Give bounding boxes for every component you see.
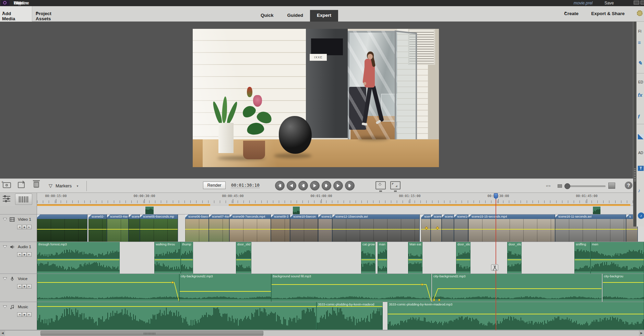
audio-clip[interactable]: sniffing — [574, 242, 591, 274]
titles-icon[interactable]: T — [638, 166, 644, 171]
video-clip[interactable]: scene1 — [442, 215, 454, 242]
fix-tools-icon[interactable]: ✎ — [638, 60, 644, 67]
audio-clip[interactable]: Man eat — [408, 242, 422, 274]
prev-keyframe-icon[interactable]: ◄ — [17, 225, 22, 229]
zoom-out-icon[interactable] — [558, 184, 562, 188]
fast-forward-button[interactable] — [333, 181, 343, 190]
tab-expert[interactable]: Expert — [310, 10, 338, 22]
fullscreen-monitor-icon[interactable]: ◤◢ — [390, 181, 401, 189]
export-share-button[interactable]: Export & Share — [591, 11, 625, 16]
audio-clip[interactable]: through forrest.mp3 — [37, 242, 120, 274]
video-clip[interactable] — [37, 215, 87, 242]
frame-forward-button[interactable] — [322, 181, 331, 190]
render-button[interactable]: Render — [203, 182, 226, 189]
transitions-icon[interactable] — [638, 134, 644, 139]
add-media-button[interactable]: Add Media ▼ — [0, 6, 32, 22]
save-button[interactable]: Save — [605, 1, 614, 5]
collapse-triangle-icon[interactable] — [3, 277, 7, 280]
next-keyframe-icon[interactable]: ► — [27, 284, 32, 289]
audio-clip[interactable]: thump — [181, 242, 193, 274]
frame-back-button[interactable] — [298, 181, 308, 190]
video-clip[interactable]: scene15-15-seconds.mp4 — [468, 215, 555, 242]
window-maximize-button[interactable] — [641, 1, 644, 4]
play-button[interactable] — [310, 181, 320, 190]
audio-clip[interactable]: door_slid — [236, 242, 251, 274]
effects-pencil-icon[interactable]: fx — [638, 92, 644, 99]
music-clip[interactable]: 3533-comic-plodding-by-kevin-madeod — [317, 302, 383, 330]
video-2-clip[interactable] — [293, 207, 300, 214]
chevron-down-icon[interactable]: ▼ — [76, 185, 79, 188]
trash-icon[interactable] — [34, 182, 39, 188]
video-clip[interactable]: scene06-5seco — [185, 215, 209, 242]
zoom-fit-icon[interactable]: ‹▭› — [546, 184, 554, 188]
video-clip[interactable]: scene07-4sec — [209, 215, 229, 242]
audio-clip[interactable]: man — [378, 242, 387, 274]
timecode-display[interactable]: 00:01:30:10 — [231, 183, 260, 188]
video-clip[interactable]: scene0 — [129, 215, 140, 242]
zoom-slider-handle[interactable] — [564, 183, 570, 189]
voice-clip[interactable]: city-background2.mp3 — [432, 274, 602, 302]
prev-keyframe-icon[interactable]: ◄ — [17, 252, 22, 257]
go-to-start-button[interactable] — [275, 181, 285, 190]
music-clip[interactable] — [37, 302, 317, 330]
voice-clip[interactable] — [37, 274, 179, 302]
playhead-marker[interactable] — [494, 193, 498, 198]
scroll-right-icon[interactable]: ▶ — [639, 331, 644, 336]
monitor-settings-icon[interactable] — [375, 181, 386, 189]
prev-keyframe-icon[interactable]: ◄ — [17, 284, 22, 289]
prev-keyframe-icon[interactable]: ◄ — [17, 312, 22, 317]
video-2-clip[interactable] — [593, 207, 600, 214]
timeline-zoom-slider[interactable] — [567, 185, 606, 187]
video-clip[interactable]: scene08-7seconds.mp4 — [229, 215, 271, 242]
fx-icon[interactable]: f — [638, 114, 644, 120]
collapse-triangle-icon[interactable] — [3, 245, 7, 248]
vertical-scrollbar[interactable] — [633, 22, 636, 227]
video-clip[interactable]: scene03-4se — [107, 215, 129, 242]
next-keyframe-icon[interactable]: ► — [27, 252, 32, 257]
video-clip[interactable]: scene11 — [318, 215, 332, 242]
tab-quick[interactable]: Quick — [254, 10, 281, 22]
audio-clip[interactable]: door_slid — [456, 242, 470, 274]
audio-clip[interactable]: walking throu — [154, 242, 181, 274]
video-clip[interactable]: scene02- — [88, 215, 107, 242]
video-clip[interactable]: scene12-15seconds.avi — [332, 215, 420, 242]
add-keyframe-icon[interactable]: ◆ — [22, 225, 27, 229]
scroll-left-icon[interactable]: ◀ — [0, 331, 5, 336]
video-2-clip[interactable] — [145, 207, 154, 214]
voice-clip[interactable]: Background sound fill.mp3 — [271, 274, 431, 302]
audio-clip[interactable]: men — [591, 242, 644, 274]
adjust-icon[interactable]: ≡ — [638, 39, 644, 46]
help-icon[interactable]: ? — [625, 182, 632, 189]
gear-icon[interactable] — [637, 10, 643, 16]
go-to-end-button[interactable] — [345, 181, 355, 190]
audio-clip[interactable]: door_slid — [507, 242, 522, 274]
window-minimize-button[interactable] — [634, 1, 639, 4]
add-keyframe-icon[interactable]: ◆ — [22, 312, 27, 317]
track-settings-icon[interactable] — [3, 195, 12, 203]
audio-clip[interactable]: cat grow — [361, 242, 375, 274]
add-keyframe-icon[interactable]: ◆ — [22, 252, 27, 257]
video-clip[interactable]: scene05-6seconds.mp — [140, 215, 178, 242]
add-keyframe-icon[interactable]: ◆ — [22, 284, 27, 289]
snapshot-camera-icon[interactable]: ✶ — [3, 182, 11, 188]
voice-clip[interactable]: city-background2.mp3 — [179, 274, 271, 302]
next-keyframe-icon[interactable]: ► — [27, 225, 32, 229]
video-clip[interactable]: scene09-3 — [271, 215, 290, 242]
video-clip[interactable]: scene14 — [454, 215, 468, 242]
rewind-button[interactable] — [287, 181, 296, 190]
video-clip[interactable]: scene16-11-seconds.avi — [555, 215, 626, 242]
audio-circle-icon[interactable]: ♪ — [638, 212, 644, 219]
markers-dropdown[interactable]: Markers — [56, 183, 72, 188]
horizontal-scrollbar[interactable]: ◀ ▶ — [0, 330, 644, 336]
tab-guided[interactable]: Guided — [281, 10, 310, 22]
collapse-triangle-icon[interactable] — [3, 305, 7, 309]
zoom-in-icon[interactable] — [608, 183, 615, 189]
scrollbar-thumb[interactable] — [40, 331, 263, 336]
collapse-triangle-icon[interactable] — [3, 218, 7, 221]
video-clip[interactable]: scene10-5secon — [290, 215, 318, 242]
music-icon[interactable]: ♪ — [638, 187, 644, 194]
music-clip[interactable]: 3533-comic-plodding-by-kevin-madeod.mp3 — [387, 302, 644, 330]
voice-clip[interactable]: city-backgrou — [603, 274, 644, 302]
next-keyframe-icon[interactable]: ► — [27, 312, 32, 317]
split-clip-button[interactable] — [491, 264, 498, 271]
